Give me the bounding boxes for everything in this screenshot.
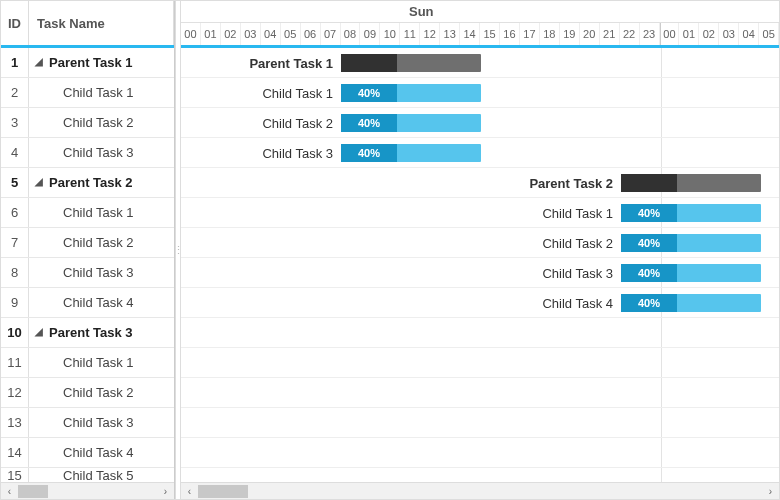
bar-label: Child Task 1 [181, 198, 621, 228]
table-row[interactable]: 13Child Task 3 [1, 408, 174, 438]
row-id: 12 [1, 378, 29, 407]
chart-hscroll[interactable]: ‹ › [181, 482, 779, 499]
timeline-row: Child Task 240% [181, 228, 779, 258]
timeline-row: Parent Task 2 [181, 168, 779, 198]
timeline-day-row: Sun [181, 1, 779, 23]
task-name-label: Child Task 1 [63, 205, 134, 220]
hour-cell: 10 [380, 23, 400, 45]
hour-cell: 12 [420, 23, 440, 45]
scroll-right-icon[interactable]: › [762, 483, 779, 500]
grid-hscroll[interactable]: ‹ › [1, 482, 174, 499]
bar-label: Child Task 2 [181, 228, 621, 258]
grid-header: ID Task Name [1, 1, 174, 48]
row-name: Child Task 2 [29, 378, 174, 407]
parent-task-bar[interactable] [341, 54, 481, 72]
task-name-label: Child Task 4 [63, 445, 134, 460]
task-grid: ID Task Name 1◢Parent Task 12Child Task … [1, 1, 175, 499]
collapse-icon[interactable]: ◢ [35, 326, 43, 337]
row-id: 13 [1, 408, 29, 437]
table-row[interactable]: 5◢Parent Task 2 [1, 168, 174, 198]
hour-cell: 00 [660, 23, 680, 45]
col-header-name[interactable]: Task Name [29, 1, 174, 45]
table-row[interactable]: 9Child Task 4 [1, 288, 174, 318]
row-id: 1 [1, 48, 29, 77]
hour-cell: 03 [241, 23, 261, 45]
task-bar[interactable]: 40% [341, 144, 481, 162]
hour-cell: 04 [739, 23, 759, 45]
progress-fill: 40% [621, 264, 677, 282]
timeline-row: Parent Task 1 [181, 48, 779, 78]
timeline-row [181, 348, 779, 378]
scroll-left-icon[interactable]: ‹ [1, 483, 18, 500]
hour-cell: 07 [321, 23, 341, 45]
gantt-view: ID Task Name 1◢Parent Task 12Child Task … [0, 0, 780, 500]
table-row[interactable]: 4Child Task 3 [1, 138, 174, 168]
progress-fill [621, 174, 677, 192]
hour-cell: 05 [281, 23, 301, 45]
table-row[interactable]: 1◢Parent Task 1 [1, 48, 174, 78]
row-id: 4 [1, 138, 29, 167]
task-bar[interactable]: 40% [341, 114, 481, 132]
row-id: 9 [1, 288, 29, 317]
scroll-thumb[interactable] [18, 485, 48, 498]
bar-label: Parent Task 2 [181, 168, 621, 198]
table-row[interactable]: 12Child Task 2 [1, 378, 174, 408]
scroll-thumb[interactable] [198, 485, 248, 498]
row-id: 7 [1, 228, 29, 257]
col-header-id[interactable]: ID [1, 1, 29, 45]
scroll-left-icon[interactable]: ‹ [181, 483, 198, 500]
task-bar[interactable]: 40% [621, 234, 761, 252]
timeline-body[interactable]: Parent Task 1Child Task 140%Child Task 2… [181, 48, 779, 482]
task-name-label: Child Task 2 [63, 115, 134, 130]
parent-task-bar[interactable] [621, 174, 761, 192]
hour-cell: 18 [540, 23, 560, 45]
task-name-label: Child Task 2 [63, 385, 134, 400]
bar-label: Parent Task 1 [181, 48, 341, 78]
row-name: Child Task 3 [29, 258, 174, 287]
hour-cell: 05 [759, 23, 779, 45]
table-row[interactable]: 15Child Task 5 [1, 468, 174, 482]
table-row[interactable]: 14Child Task 4 [1, 438, 174, 468]
table-row[interactable]: 10◢Parent Task 3 [1, 318, 174, 348]
hour-cell: 02 [699, 23, 719, 45]
progress-fill: 40% [341, 114, 397, 132]
hour-cell: 23 [640, 23, 660, 45]
row-name: ◢Parent Task 3 [29, 318, 174, 347]
task-bar[interactable]: 40% [341, 84, 481, 102]
task-bar[interactable]: 40% [621, 294, 761, 312]
table-row[interactable]: 6Child Task 1 [1, 198, 174, 228]
task-name-label: Child Task 2 [63, 235, 134, 250]
table-row[interactable]: 8Child Task 3 [1, 258, 174, 288]
bar-label: Child Task 3 [181, 258, 621, 288]
task-name-label: Parent Task 1 [49, 55, 133, 70]
scroll-right-icon[interactable]: › [157, 483, 174, 500]
task-bar[interactable]: 40% [621, 204, 761, 222]
row-name: Child Task 2 [29, 228, 174, 257]
hour-cell: 03 [719, 23, 739, 45]
timeline-row: Child Task 140% [181, 198, 779, 228]
timeline-row [181, 438, 779, 468]
timeline-row: Child Task 240% [181, 108, 779, 138]
collapse-icon[interactable]: ◢ [35, 56, 43, 67]
hour-cell: 20 [580, 23, 600, 45]
hour-cell: 08 [341, 23, 361, 45]
table-row[interactable]: 2Child Task 1 [1, 78, 174, 108]
task-name-label: Child Task 1 [63, 355, 134, 370]
row-name: Child Task 4 [29, 438, 174, 467]
table-row[interactable]: 3Child Task 2 [1, 108, 174, 138]
hour-cell: 01 [679, 23, 699, 45]
task-name-label: Child Task 4 [63, 295, 134, 310]
task-bar[interactable]: 40% [621, 264, 761, 282]
row-name: Child Task 5 [29, 468, 174, 482]
row-id: 5 [1, 168, 29, 197]
collapse-icon[interactable]: ◢ [35, 176, 43, 187]
row-name: ◢Parent Task 2 [29, 168, 174, 197]
row-id: 6 [1, 198, 29, 227]
progress-fill [341, 54, 397, 72]
timeline-row [181, 378, 779, 408]
table-row[interactable]: 11Child Task 1 [1, 348, 174, 378]
row-name: Child Task 3 [29, 138, 174, 167]
hour-cell: 06 [301, 23, 321, 45]
table-row[interactable]: 7Child Task 2 [1, 228, 174, 258]
hour-cell: 13 [440, 23, 460, 45]
